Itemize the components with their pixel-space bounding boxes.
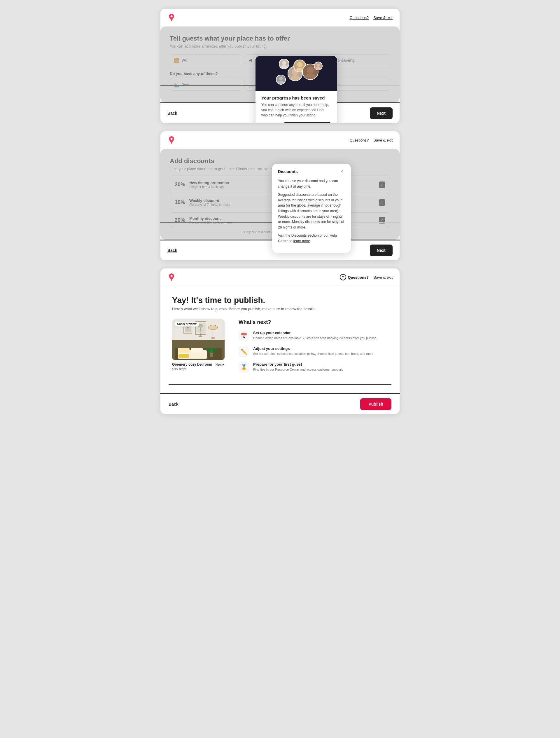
- panel3-subtitle: Here's what we'll show to guests. Before…: [172, 307, 388, 311]
- panel3-title: Yay! It's time to publish.: [172, 296, 388, 305]
- new-badge: New ★: [215, 363, 224, 366]
- svg-point-11: [316, 67, 321, 70]
- questions-label: Questions?: [348, 275, 369, 280]
- modal-body: You can continue anytime. If you need he…: [261, 102, 331, 118]
- panel2-body: Add discounts Help your place stand out …: [160, 149, 400, 240]
- calendar-icon: 📅: [238, 331, 249, 341]
- modal-title: Your progress has been saved: [261, 95, 331, 100]
- panel2-nav: Questions? Save & exit: [160, 131, 400, 149]
- calendar-title: Set up your calendar: [253, 331, 377, 335]
- panel-amenities: Questions? Save & exit Tell guests what …: [160, 9, 400, 123]
- bedroom-bottom-image: [172, 340, 224, 360]
- whats-next-title: What's next?: [238, 319, 388, 325]
- modal-match-button[interactable]: Match with a Superhost: [284, 122, 331, 123]
- discounts-modal-para3: Visit the Discounts section of our Help …: [278, 233, 345, 244]
- svg-point-1: [290, 75, 300, 81]
- modal-content: Your progress has been saved You can con…: [255, 91, 337, 118]
- guest-icon: 🏅: [238, 362, 249, 373]
- discounts-modal-para1: You choose your discount and you can cha…: [278, 178, 345, 189]
- modal-image-cluster: [255, 56, 337, 91]
- avatar-6: [314, 62, 323, 70]
- panel3-progress-bar: [168, 384, 392, 385]
- svg-point-26: [208, 325, 217, 330]
- discounts-modal-title: Discounts: [278, 169, 298, 174]
- discounts-info-modal: Discounts × You choose your discount and…: [272, 164, 351, 253]
- svg-point-5: [305, 74, 316, 80]
- panel3-save-exit-button[interactable]: Save & exit: [373, 275, 393, 280]
- svg-point-9: [278, 81, 284, 84]
- listing-name-row: Greenery cozy bedroom New ★: [172, 362, 224, 367]
- next-item-settings: ✏️ Adjust your settings Set house rules,…: [238, 346, 388, 357]
- panel3-back-button[interactable]: Back: [168, 399, 178, 409]
- panel2-questions-button[interactable]: Questions?: [350, 138, 369, 142]
- next-item-settings-text: Adjust your settings Set house rules, se…: [253, 346, 375, 356]
- panel1-body: Tell guests what your place has to offer…: [160, 27, 400, 102]
- discounts-learn-more-link[interactable]: learn more: [294, 239, 310, 243]
- next-item-calendar-text: Set up your calendar Choose which dates …: [253, 331, 377, 341]
- panel3-footer: Back Publish: [160, 393, 400, 414]
- questions-icon: ?: [340, 274, 346, 281]
- avatars-cluster: [267, 57, 326, 89]
- panel3-nav: ? Questions? Save & exit: [160, 269, 400, 286]
- listing-card-image: Show preview: [172, 319, 224, 360]
- whats-next-section: What's next? 📅 Set up your calendar Choo…: [238, 319, 388, 378]
- svg-rect-37: [175, 340, 222, 348]
- panel1-nav-right: Questions? Save & exit: [350, 15, 393, 20]
- show-preview-badge[interactable]: Show preview: [174, 322, 199, 327]
- svg-point-4: [307, 66, 314, 73]
- publish-button[interactable]: Publish: [360, 398, 392, 410]
- svg-rect-24: [199, 336, 202, 337]
- save-exit-button[interactable]: Save & exit: [373, 15, 393, 20]
- discounts-modal-close[interactable]: ×: [339, 168, 345, 175]
- calendar-desc: Choose which dates are available. Guests…: [253, 336, 377, 341]
- modal-actions: Save & exit Match with a Superhost: [255, 122, 337, 123]
- settings-icon: ✏️: [238, 346, 249, 357]
- panel1-nav: Questions? Save & exit: [160, 9, 400, 27]
- panel-discounts: Questions? Save & exit Add discounts Hel…: [160, 131, 400, 260]
- airbnb-logo-2: [167, 136, 175, 144]
- svg-rect-30: [178, 348, 189, 353]
- airbnb-logo-3: [167, 273, 175, 281]
- progress-saved-modal: Your progress has been saved You can con…: [255, 56, 337, 123]
- next-item-guest: 🏅 Prepare for your first guest Find tips…: [238, 362, 388, 373]
- panel3-progress-bar-bg: [168, 384, 392, 385]
- panel1-back-button[interactable]: Back: [167, 108, 177, 118]
- svg-point-27: [210, 337, 215, 339]
- panel2-save-exit-button[interactable]: Save & exit: [373, 138, 393, 142]
- panel2-next-button[interactable]: Next: [370, 245, 393, 256]
- bedroom-photo: [175, 340, 222, 360]
- svg-point-2: [297, 62, 303, 67]
- svg-point-7: [281, 65, 287, 69]
- svg-rect-31: [191, 348, 203, 353]
- svg-rect-32: [178, 354, 189, 358]
- avatar-4: [279, 59, 289, 69]
- settings-desc: Set house rules, select a cancellation p…: [253, 351, 375, 356]
- airbnb-logo: [167, 13, 175, 22]
- panel-publish: ? Questions? Save & exit Yay! It's time …: [160, 269, 400, 414]
- panel2-nav-right: Questions? Save & exit: [350, 138, 393, 142]
- next-item-guest-text: Prepare for your first guest Find tips i…: [253, 362, 343, 372]
- panel3-questions-button[interactable]: ? Questions?: [340, 274, 369, 281]
- settings-title: Adjust your settings: [253, 346, 375, 351]
- guest-title: Prepare for your first guest: [253, 362, 343, 367]
- svg-point-6: [282, 61, 286, 65]
- panel3-body: Yay! It's time to publish. Here's what w…: [160, 286, 400, 384]
- svg-point-22: [201, 325, 203, 327]
- panel3-content: Show preview: [172, 319, 388, 378]
- guest-desc: Find tips in our Resource Center and acc…: [253, 367, 343, 372]
- next-item-calendar: 📅 Set up your calendar Choose which date…: [238, 331, 388, 341]
- discounts-modal-para2: Suggested discounts are based on the ave…: [278, 192, 345, 230]
- listing-price: $95 night: [172, 367, 224, 371]
- avatar-5: [276, 75, 286, 85]
- panel3-nav-right: ? Questions? Save & exit: [340, 274, 393, 281]
- questions-button[interactable]: Questions?: [350, 15, 369, 20]
- listing-name: Greenery cozy bedroom: [172, 362, 212, 367]
- svg-point-10: [317, 64, 320, 66]
- discounts-modal-header: Discounts ×: [278, 168, 345, 175]
- listing-card: Show preview: [172, 319, 224, 371]
- svg-point-8: [279, 77, 283, 80]
- panel2-back-button[interactable]: Back: [167, 246, 177, 255]
- panel1-next-button[interactable]: Next: [370, 107, 393, 119]
